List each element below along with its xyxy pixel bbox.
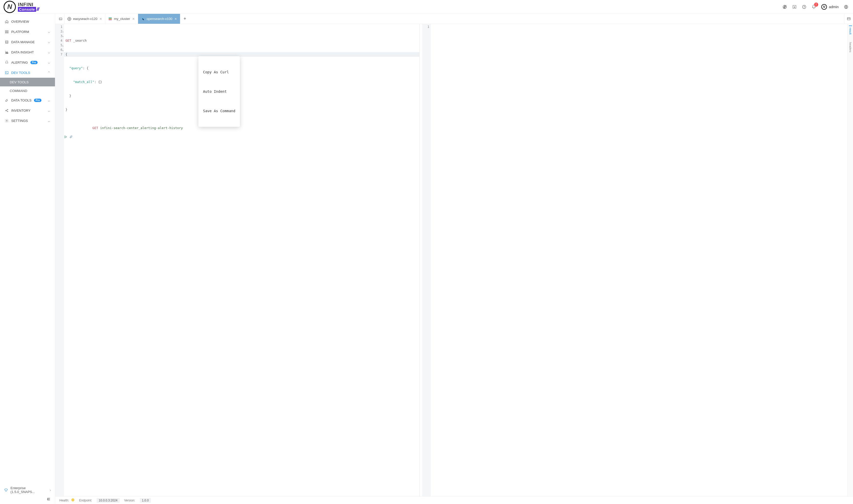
nav-label: ALERTING	[11, 60, 28, 65]
response-viewer[interactable]: 1	[422, 24, 847, 496]
brand-text: INFINI Console ///	[18, 2, 39, 12]
menu-auto-indent[interactable]: Auto Indent	[198, 86, 240, 96]
cluster-icon	[108, 17, 112, 21]
http-method: GET	[92, 126, 98, 130]
nav-settings[interactable]: SETTINGS ⌄	[0, 115, 55, 126]
menu-save-as-command[interactable]: Save As Command	[198, 106, 240, 116]
notifications-badge: 2	[814, 3, 818, 7]
close-icon[interactable]: ✕	[132, 17, 135, 21]
home-icon	[5, 19, 9, 23]
collapse-sidebar-icon[interactable]	[46, 497, 51, 501]
brand-bottom: Console	[18, 7, 36, 12]
svg-rect-7	[7, 31, 8, 32]
svg-rect-27	[109, 19, 112, 20]
wrench-small-icon	[5, 98, 9, 102]
bell-icon	[5, 60, 9, 65]
nav-label: INVENTORY	[11, 109, 31, 112]
svg-point-30	[72, 136, 72, 136]
tab-my-cluster[interactable]: my_cluster ✕	[105, 14, 138, 24]
tab-label: my_cluster	[114, 17, 130, 21]
json-key: "query"	[69, 66, 83, 70]
editor-tabbar: N easyseach-v120 ✕ my_cluster ✕ opensear…	[55, 14, 853, 24]
platform-icon	[5, 30, 9, 34]
line-gutter: 1	[422, 24, 431, 496]
chevron-down-icon: ⌄	[48, 50, 50, 54]
wrench-icon[interactable]	[69, 135, 73, 139]
code-content[interactable]: GET _search { "query": { "match_all": {}…	[64, 24, 419, 496]
tab-easyseach[interactable]: N easyseach-v120 ✕	[65, 14, 105, 24]
nav: OVERVIEW PLATFORM ⌄ DATA MANAGE ⌄ DATA I…	[0, 14, 55, 484]
nav-label: DEV TOOLS	[11, 71, 30, 75]
add-tab-button[interactable]: +	[180, 14, 190, 24]
help-icon[interactable]	[802, 5, 806, 9]
username: admin	[829, 5, 839, 9]
header-actions: 2 N admin	[782, 4, 848, 10]
svg-point-17	[5, 110, 6, 111]
chevron-right-icon: ›	[50, 488, 51, 492]
nav-alerting[interactable]: ALERTING Pro ⌄	[0, 57, 55, 68]
code-text: {	[66, 52, 68, 56]
svg-rect-14	[7, 52, 7, 54]
version-value: 1.0.0	[140, 498, 151, 503]
svg-rect-13	[6, 52, 6, 53]
svg-rect-24	[59, 18, 62, 20]
menu-copy-as-curl[interactable]: Copy As Curl	[198, 67, 240, 77]
health-indicator	[71, 498, 74, 501]
line-number: 1	[422, 24, 429, 29]
brand-mark: N	[4, 1, 16, 13]
side-tabs: result headers	[847, 24, 853, 496]
side-tab-headers[interactable]: headers	[849, 40, 852, 54]
line-gutter: 1 2▾ 3▾ 4 5▴ 6▴ 7	[55, 24, 64, 496]
code-text: }	[66, 108, 68, 111]
nav-sub-dev-tools[interactable]: DEV TOOLS	[0, 78, 55, 86]
nav-overview[interactable]: OVERVIEW	[0, 16, 55, 26]
notifications-icon[interactable]: 2	[812, 5, 816, 9]
terminal-icon	[5, 71, 9, 75]
pro-badge: Pro	[34, 98, 41, 102]
user-menu[interactable]: N admin	[821, 4, 839, 10]
nav-label: PLATFORM	[11, 30, 29, 34]
chevron-down-icon: ⌄	[48, 109, 50, 112]
app-header: N INFINI Console /// 2 N admin	[0, 0, 853, 14]
code-text: }	[66, 94, 71, 97]
nav-dev-tools[interactable]: DEV TOOLS ⌃	[0, 68, 55, 78]
request-editor[interactable]: 1 2▾ 3▾ 4 5▴ 6▴ 7 GET _search { "query":…	[55, 24, 420, 496]
close-icon[interactable]: ✕	[174, 17, 177, 21]
layout-toggle-icon[interactable]	[844, 14, 853, 24]
endpoint-label: Endpoint:	[79, 499, 92, 502]
endpoint-value[interactable]: 10.0.0.3:2024	[97, 498, 120, 503]
run-request-icon[interactable]	[64, 135, 67, 139]
nav-data-tools[interactable]: DATA TOOLS Pro ⌄	[0, 95, 55, 105]
nav-platform[interactable]: PLATFORM ⌄	[0, 26, 55, 37]
nav-data-manage[interactable]: DATA MANAGE ⌄	[0, 37, 55, 47]
svg-rect-16	[5, 71, 8, 74]
chart-icon	[5, 50, 9, 54]
pane-splitter[interactable]: ⋮⋮	[420, 24, 422, 496]
http-method: GET	[66, 39, 71, 42]
svg-rect-26	[109, 18, 112, 19]
svg-rect-15	[7, 52, 8, 53]
side-tab-result[interactable]: result	[849, 25, 852, 36]
tab-label: easyseach-v120	[73, 17, 97, 21]
avatar: N	[821, 4, 827, 10]
export-icon[interactable]	[792, 5, 797, 9]
tab-opensearch[interactable]: opensearch-v100 ✕	[138, 14, 180, 24]
globe-crossed-icon[interactable]	[782, 5, 787, 9]
nav-inventory[interactable]: INVENTORY ⌄	[0, 105, 55, 115]
version-label: Version:	[124, 499, 135, 502]
nav-data-insight[interactable]: DATA INSIGHT ⌄	[0, 47, 55, 57]
nav-sub-command[interactable]: COMMAND	[0, 86, 55, 95]
share-icon	[5, 108, 9, 112]
nav-label: SETTINGS	[11, 119, 28, 123]
chevron-down-icon: ⌄	[48, 30, 50, 34]
close-icon[interactable]: ✕	[100, 17, 102, 21]
enterprise-link[interactable]: Enterprise (1.5.0_SNAPS... ›	[4, 486, 51, 494]
svg-rect-25	[109, 18, 112, 18]
context-menu: Copy As Curl Auto Indent Save As Command	[198, 56, 240, 127]
language-icon[interactable]	[844, 5, 848, 9]
svg-rect-8	[5, 32, 6, 33]
chevron-down-icon: ⌄	[48, 40, 50, 44]
code-text: _search	[71, 39, 87, 42]
console-icon[interactable]	[57, 14, 65, 24]
line-number: 4	[55, 38, 63, 43]
